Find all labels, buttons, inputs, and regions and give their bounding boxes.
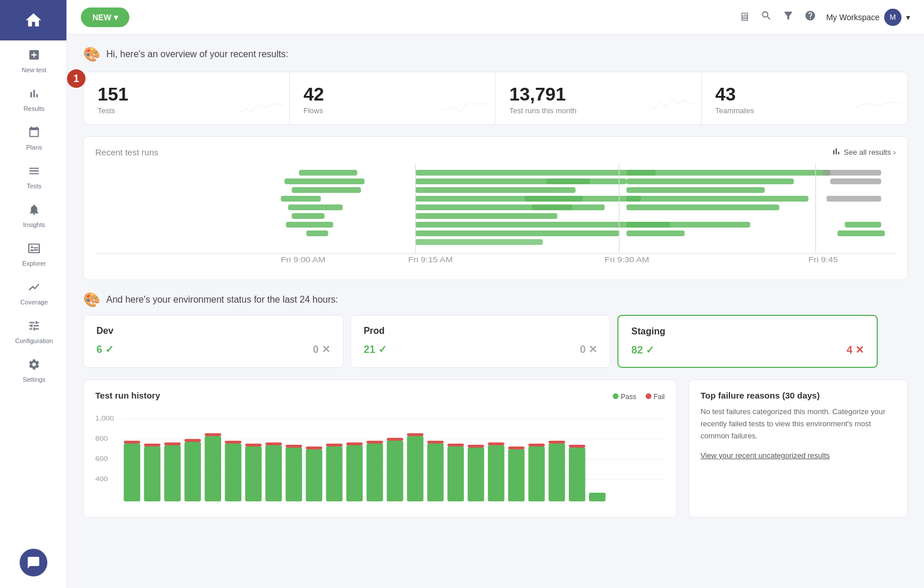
sidebar-item-label: Tests (27, 183, 42, 189)
sidebar-item-tests[interactable]: Tests (0, 157, 66, 195)
sidebar-item-configuration[interactable]: Configuration (0, 311, 66, 350)
svg-rect-19 (524, 196, 583, 202)
env-card-staging[interactable]: Staging 82 ✓ 4 ✕ (617, 315, 878, 368)
env-stats: 82 ✓ 4 ✕ (631, 344, 864, 356)
intro-text: Hi, here's an overview of your recent re… (106, 49, 288, 59)
workspace-label: My Workspace (826, 13, 880, 22)
env-pass-count: 82 ✓ (631, 344, 654, 356)
svg-rect-16 (415, 239, 543, 245)
svg-rect-64 (286, 448, 303, 501)
svg-rect-86 (508, 449, 525, 501)
intro-icon: 🎨 (83, 46, 100, 62)
sidebar-item-coverage[interactable]: Coverage (0, 273, 66, 311)
svg-rect-94 (589, 493, 606, 501)
sidebar-item-label: Explorer (23, 260, 46, 267)
sidebar-item-label: Results (24, 105, 45, 112)
sidebar-item-new-test[interactable]: New test (0, 40, 66, 79)
sidebar-item-plans[interactable]: Plans (0, 118, 66, 157)
explorer-icon (28, 242, 40, 258)
env-pass-count: 21 ✓ (364, 343, 387, 356)
bottom-row: Test run history Pass Fail 1,000 800 600… (83, 379, 908, 518)
svg-rect-1 (285, 178, 365, 184)
svg-rect-93 (569, 445, 586, 448)
svg-rect-80 (448, 446, 464, 501)
bar-chart: 1,000 800 600 400 (95, 412, 665, 504)
svg-text:Fri 9:00 AM: Fri 9:00 AM (281, 256, 325, 262)
chat-button[interactable] (20, 549, 47, 576)
svg-rect-60 (245, 446, 262, 501)
sidebar-bottom (0, 543, 66, 588)
sidebar-item-explorer[interactable]: Explorer (0, 234, 66, 273)
svg-rect-77 (407, 433, 424, 436)
svg-rect-5 (292, 213, 325, 219)
stat-card-teammates[interactable]: 43 Teammates (702, 72, 908, 124)
stat-card-tests[interactable]: 151 Tests (84, 72, 290, 124)
env-stats: 21 ✓ 0 ✕ (364, 343, 598, 356)
content-area: 🎨 Hi, here's an overview of your recent … (67, 35, 924, 588)
header: NEW ▾ 🖥 My Workspace M ▾ (67, 0, 924, 35)
sidebar-home-button[interactable] (0, 0, 66, 40)
sidebar-item-label: Configuration (15, 337, 53, 344)
sidebar-item-results[interactable]: Results (0, 79, 66, 118)
see-all-results-link[interactable]: See all results › (831, 146, 896, 158)
sidebar-item-label: Insights (23, 221, 45, 228)
chart-icon (831, 146, 841, 158)
env-card-prod[interactable]: Prod 21 ✓ 0 ✕ (351, 315, 611, 368)
svg-rect-92 (569, 448, 586, 501)
sidebar-item-insights[interactable]: Insights (0, 195, 66, 234)
svg-rect-66 (306, 449, 323, 501)
tests-icon (28, 165, 40, 180)
failure-text: No test failures categorized this month.… (701, 406, 896, 442)
svg-rect-63 (266, 442, 282, 445)
env-name: Dev (96, 326, 330, 336)
results-icon (28, 87, 40, 103)
new-button[interactable]: NEW ▾ (81, 8, 129, 27)
failure-title: Top failure reasons (30 days) (701, 390, 896, 400)
card-header: Recent test runs See all results › (84, 137, 907, 164)
svg-rect-89 (528, 444, 545, 446)
svg-rect-90 (549, 444, 565, 501)
svg-text:Fri 9:15 AM: Fri 9:15 AM (408, 256, 453, 262)
monitor-icon[interactable]: 🖥 (739, 10, 750, 24)
svg-text:1,000: 1,000 (95, 415, 114, 421)
sidebar-item-label: Coverage (20, 299, 48, 306)
avatar: M (884, 9, 901, 26)
sidebar: New test Results Plans Tests Insights Ex… (0, 0, 67, 588)
svg-text:Fri 9:30 AM: Fri 9:30 AM (605, 256, 649, 262)
svg-rect-51 (144, 444, 161, 446)
stat-card-test-runs[interactable]: 13,791 Test runs this month (495, 72, 702, 124)
svg-text:Fri 9:45: Fri 9:45 (808, 256, 838, 262)
svg-rect-28 (627, 230, 685, 236)
svg-rect-56 (204, 436, 221, 501)
search-icon[interactable] (761, 10, 772, 24)
svg-rect-69 (326, 444, 343, 446)
svg-rect-75 (387, 438, 404, 441)
env-card-dev[interactable]: Dev 6 ✓ 0 ✕ (83, 315, 344, 368)
workspace-button[interactable]: My Workspace M ▾ (826, 9, 910, 26)
recent-test-runs-card: Recent test runs See all results › (83, 136, 908, 280)
sidebar-item-label: New test (22, 66, 47, 73)
svg-rect-87 (508, 446, 525, 449)
svg-rect-10 (415, 187, 575, 193)
svg-rect-79 (427, 441, 444, 444)
help-icon[interactable] (804, 10, 816, 24)
svg-rect-30 (830, 178, 881, 184)
sidebar-item-settings[interactable]: Settings (0, 350, 66, 389)
svg-rect-71 (346, 442, 363, 445)
svg-rect-83 (468, 445, 485, 448)
uncategorized-results-link[interactable]: View your recent uncategorized results (701, 451, 830, 460)
filter-icon[interactable] (783, 10, 794, 24)
svg-rect-62 (266, 445, 282, 501)
header-left: NEW ▾ (81, 8, 129, 27)
svg-rect-65 (286, 445, 303, 448)
svg-rect-6 (286, 222, 333, 228)
svg-rect-76 (407, 436, 424, 501)
insights-icon (28, 203, 40, 219)
svg-rect-74 (387, 441, 404, 501)
svg-rect-0 (299, 170, 357, 176)
svg-rect-61 (245, 444, 262, 446)
svg-rect-48 (124, 444, 140, 501)
env-pass-count: 6 ✓ (96, 343, 114, 356)
stat-card-flows[interactable]: 42 Flows (290, 72, 496, 124)
environment-row: Dev 6 ✓ 0 ✕ Prod 21 ✓ 0 ✕ Staging 82 ✓ 4… (83, 315, 908, 368)
